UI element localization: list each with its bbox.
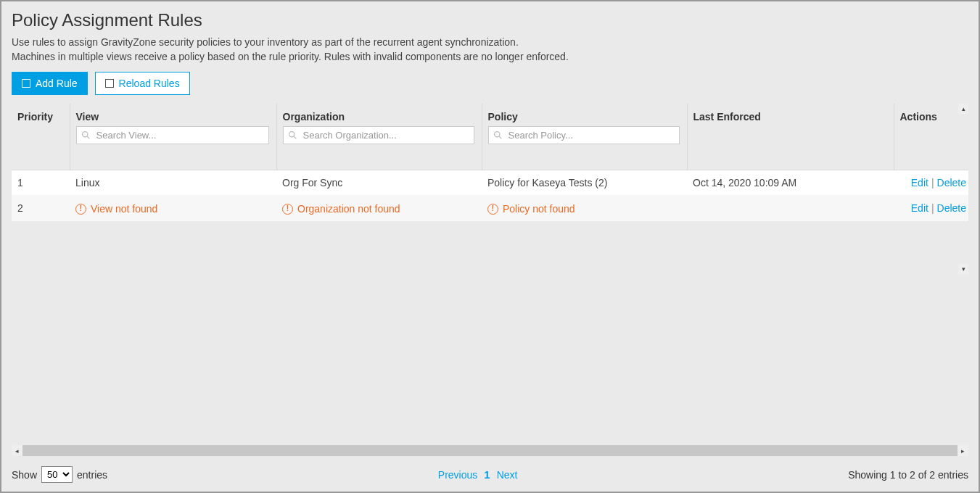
svg-point-4 — [494, 131, 499, 136]
cell-last-enforced: Oct 14, 2020 10:09 AM — [687, 170, 894, 196]
search-icon — [288, 130, 297, 140]
column-header-view[interactable]: View — [70, 104, 276, 149]
pagination: Previous 1 Next — [438, 468, 518, 481]
column-label: Priority — [17, 111, 53, 123]
svg-point-0 — [82, 131, 87, 136]
show-label: Show — [12, 469, 37, 481]
cell-actions: Edit|Delete — [894, 170, 968, 196]
cell-view: Linux — [70, 170, 276, 196]
search-view-input[interactable] — [76, 126, 269, 144]
edit-link[interactable]: Edit — [911, 202, 928, 214]
page-description-line1: Use rules to assign GravityZone security… — [12, 35, 968, 49]
vertical-scrollbar[interactable]: ▴ ▾ — [958, 104, 968, 275]
column-label: Last Enforced — [693, 111, 761, 123]
next-page-link[interactable]: Next — [497, 469, 518, 481]
scroll-down-icon[interactable]: ▾ — [958, 264, 968, 274]
page-description-line2: Machines in multiple views receive a pol… — [12, 49, 968, 64]
cell-organization: Org For Sync — [276, 170, 482, 196]
cell-policy: !Policy not found — [482, 195, 687, 221]
column-label: Organization — [283, 111, 345, 123]
page-title: Policy Assignment Rules — [12, 10, 968, 30]
action-separator: | — [931, 177, 934, 188]
cell-priority: 1 — [12, 170, 70, 196]
svg-line-3 — [294, 136, 296, 138]
warning-icon: ! — [282, 204, 293, 215]
search-policy-input[interactable] — [488, 126, 680, 144]
cell-policy: Policy for Kaseya Tests (2) — [482, 170, 687, 196]
cell-text: View not found — [91, 203, 157, 215]
cell-text: Organization not found — [297, 203, 400, 215]
search-organization-input[interactable] — [283, 126, 474, 144]
column-label: Actions — [900, 111, 937, 123]
entries-label: entries — [77, 469, 107, 481]
entries-summary: Showing 1 to 2 of 2 entries — [848, 469, 968, 481]
action-separator: | — [931, 202, 934, 214]
search-icon — [81, 130, 91, 140]
column-header-priority[interactable]: Priority — [12, 104, 70, 149]
column-label: View — [76, 111, 99, 123]
edit-link[interactable]: Edit — [911, 177, 928, 188]
scroll-left-icon[interactable]: ◂ — [12, 445, 22, 456]
column-label: Policy — [488, 111, 518, 123]
reload-rules-button[interactable]: Reload Rules — [95, 72, 190, 95]
scroll-up-icon[interactable]: ▴ — [958, 104, 968, 114]
search-icon — [493, 130, 503, 140]
cell-last-enforced — [687, 195, 894, 221]
table-row[interactable]: 1LinuxOrg For SyncPolicy for Kaseya Test… — [12, 170, 968, 196]
svg-line-5 — [499, 136, 501, 138]
cell-organization: !Organization not found — [276, 195, 482, 221]
svg-point-2 — [289, 131, 294, 136]
add-rule-button[interactable]: Add Rule — [12, 72, 88, 95]
add-rule-label: Add Rule — [36, 78, 78, 89]
page-size-select[interactable]: 50 — [41, 466, 73, 483]
horizontal-scrollbar[interactable]: ◂ ▸ — [12, 445, 968, 456]
cell-text: Policy not found — [503, 203, 575, 215]
cell-priority: 2 — [12, 195, 70, 221]
column-header-last-enforced[interactable]: Last Enforced — [687, 104, 894, 149]
table-footer: Show 50 entries Previous 1 Next Showing … — [1, 456, 979, 492]
rules-table: Priority View Organization — [12, 104, 968, 222]
table-empty-area — [12, 274, 968, 445]
column-header-policy[interactable]: Policy — [482, 104, 687, 149]
cell-actions: Edit|Delete — [894, 195, 968, 221]
scroll-right-icon[interactable]: ▸ — [958, 445, 968, 456]
current-page[interactable]: 1 — [484, 468, 490, 481]
toolbar: Add Rule Reload Rules — [1, 72, 979, 104]
column-header-actions: Actions — [894, 104, 968, 149]
reload-rules-label: Reload Rules — [119, 78, 180, 89]
plus-icon — [22, 79, 30, 88]
svg-line-1 — [87, 136, 89, 138]
reload-icon — [105, 79, 114, 88]
previous-page-link[interactable]: Previous — [438, 469, 477, 481]
table-row[interactable]: 2!View not found!Organization not found!… — [12, 195, 968, 221]
cell-view: !View not found — [70, 195, 276, 221]
warning-icon: ! — [75, 204, 86, 215]
warning-icon: ! — [487, 204, 498, 215]
table-spacer-row — [12, 149, 968, 170]
column-header-organization[interactable]: Organization — [276, 104, 482, 149]
